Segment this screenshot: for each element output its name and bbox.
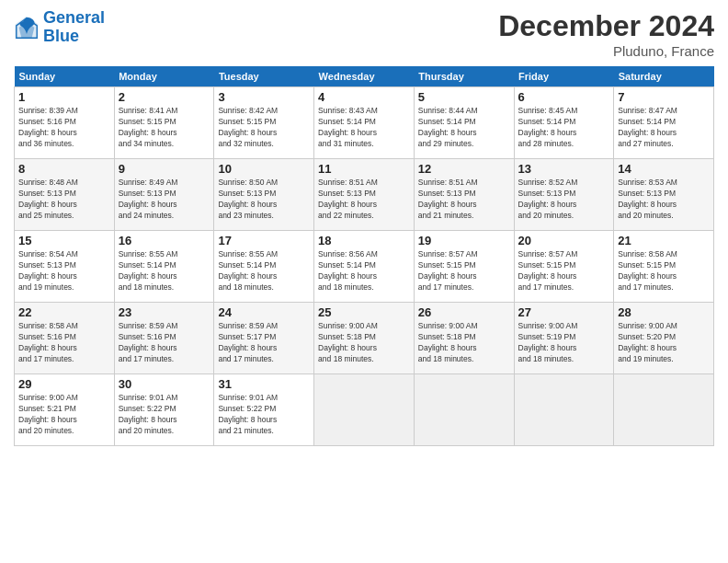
logo-general: General — [43, 8, 105, 27]
table-row: 27Sunrise: 9:00 AMSunset: 5:19 PMDayligh… — [514, 303, 614, 374]
table-row — [614, 374, 714, 446]
col-tuesday: Tuesday — [214, 66, 314, 87]
table-row: 12Sunrise: 8:51 AMSunset: 5:13 PMDayligh… — [414, 159, 514, 231]
table-row: 6Sunrise: 8:45 AMSunset: 5:14 PMDaylight… — [514, 87, 614, 159]
col-monday: Monday — [114, 66, 214, 87]
table-row: 15Sunrise: 8:54 AMSunset: 5:13 PMDayligh… — [15, 231, 115, 303]
table-row: 24Sunrise: 8:59 AMSunset: 5:17 PMDayligh… — [214, 303, 314, 374]
table-row: 30Sunrise: 9:01 AMSunset: 5:22 PMDayligh… — [114, 374, 214, 446]
logo-icon — [14, 15, 40, 40]
table-row: 26Sunrise: 9:00 AMSunset: 5:18 PMDayligh… — [414, 303, 514, 374]
header: General Blue December 2024 Pluduno, Fran… — [14, 9, 714, 59]
table-row: 13Sunrise: 8:52 AMSunset: 5:13 PMDayligh… — [514, 159, 614, 231]
page-container: General Blue December 2024 Pluduno, Fran… — [0, 0, 728, 563]
table-row — [414, 374, 514, 446]
table-row: 20Sunrise: 8:57 AMSunset: 5:15 PMDayligh… — [514, 231, 614, 303]
table-row: 3Sunrise: 8:42 AMSunset: 5:15 PMDaylight… — [214, 87, 314, 159]
table-row: 10Sunrise: 8:50 AMSunset: 5:13 PMDayligh… — [214, 159, 314, 231]
table-row: 17Sunrise: 8:55 AMSunset: 5:14 PMDayligh… — [214, 231, 314, 303]
table-row — [314, 374, 415, 446]
table-row: 29Sunrise: 9:00 AMSunset: 5:21 PMDayligh… — [15, 374, 115, 446]
table-row: 14Sunrise: 8:53 AMSunset: 5:13 PMDayligh… — [614, 159, 714, 231]
table-row: 11Sunrise: 8:51 AMSunset: 5:13 PMDayligh… — [314, 159, 415, 231]
table-row: 4Sunrise: 8:43 AMSunset: 5:14 PMDaylight… — [314, 87, 415, 159]
col-sunday: Sunday — [15, 66, 115, 87]
table-row: 1Sunrise: 8:39 AMSunset: 5:16 PMDaylight… — [15, 87, 115, 159]
logo-blue: Blue — [43, 27, 79, 45]
table-row: 5Sunrise: 8:44 AMSunset: 5:14 PMDaylight… — [414, 87, 514, 159]
calendar-table: Sunday Monday Tuesday Wednesday Thursday… — [14, 66, 714, 446]
table-row: 2Sunrise: 8:41 AMSunset: 5:15 PMDaylight… — [114, 87, 214, 159]
logo: General Blue — [14, 9, 105, 46]
col-wednesday: Wednesday — [314, 66, 415, 87]
month-title: December 2024 — [498, 9, 714, 43]
table-row: 16Sunrise: 8:55 AMSunset: 5:14 PMDayligh… — [114, 231, 214, 303]
table-row: 25Sunrise: 9:00 AMSunset: 5:18 PMDayligh… — [314, 303, 415, 374]
col-friday: Friday — [514, 66, 614, 87]
table-row: 23Sunrise: 8:59 AMSunset: 5:16 PMDayligh… — [114, 303, 214, 374]
location: Pluduno, France — [498, 43, 714, 59]
table-row: 21Sunrise: 8:58 AMSunset: 5:15 PMDayligh… — [614, 231, 714, 303]
table-row: 22Sunrise: 8:58 AMSunset: 5:16 PMDayligh… — [15, 303, 115, 374]
col-saturday: Saturday — [614, 66, 714, 87]
table-row: 7Sunrise: 8:47 AMSunset: 5:14 PMDaylight… — [614, 87, 714, 159]
table-row: 8Sunrise: 8:48 AMSunset: 5:13 PMDaylight… — [15, 159, 115, 231]
col-thursday: Thursday — [414, 66, 514, 87]
table-row: 19Sunrise: 8:57 AMSunset: 5:15 PMDayligh… — [414, 231, 514, 303]
table-row: 28Sunrise: 9:00 AMSunset: 5:20 PMDayligh… — [614, 303, 714, 374]
table-row: 31Sunrise: 9:01 AMSunset: 5:22 PMDayligh… — [214, 374, 314, 446]
title-area: December 2024 Pluduno, France — [498, 9, 714, 59]
table-row — [514, 374, 614, 446]
table-row: 18Sunrise: 8:56 AMSunset: 5:14 PMDayligh… — [314, 231, 415, 303]
table-row: 9Sunrise: 8:49 AMSunset: 5:13 PMDaylight… — [114, 159, 214, 231]
header-row: Sunday Monday Tuesday Wednesday Thursday… — [15, 66, 714, 87]
